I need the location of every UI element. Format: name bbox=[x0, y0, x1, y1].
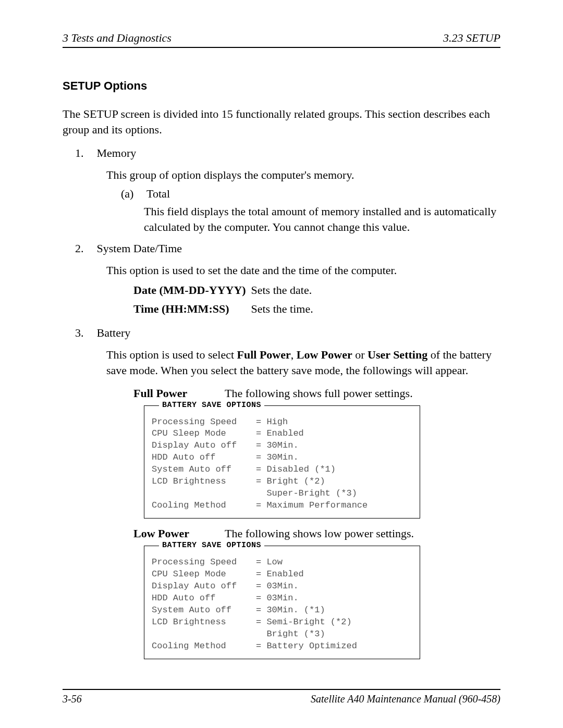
opt-value: = High bbox=[256, 416, 288, 428]
opt-value: = Battery Optimized bbox=[256, 640, 357, 652]
opt-value: = 03Min. bbox=[256, 581, 299, 593]
opt-label: Display Auto off bbox=[152, 440, 256, 452]
low-power-row: Low Power The following shows low power … bbox=[133, 527, 500, 540]
opt-row: HDD Auto off= 03Min. bbox=[152, 593, 412, 604]
opt-value: = 30Min. (*1) bbox=[256, 604, 325, 616]
opt-label: Display Auto off bbox=[152, 581, 256, 593]
opt-row: Processing Speed= Low bbox=[152, 557, 412, 569]
item-memory: 1. Memory bbox=[75, 146, 500, 160]
full-power-box: BATTERY SAVE OPTIONS Processing Speed= H… bbox=[144, 405, 420, 519]
opt-value: = Enabled bbox=[256, 569, 304, 581]
opt-value: = Low bbox=[256, 557, 283, 569]
date-term: Date (MM-DD-YYYY) bbox=[133, 283, 248, 297]
sub-a-total: (a) Total bbox=[121, 187, 500, 201]
opt-row: Cooling Method= Battery Optimized bbox=[152, 640, 412, 652]
page: 3 Tests and Diagnostics 3.23 SETUP SETUP… bbox=[0, 0, 563, 728]
item-title: Battery bbox=[97, 326, 131, 339]
list: 1. Memory This group of option displays … bbox=[75, 146, 500, 659]
bold-full-power: Full Power bbox=[237, 348, 291, 361]
opt-row: CPU Sleep Mode= Enabled bbox=[152, 428, 412, 440]
bold-user-setting: User Setting bbox=[368, 348, 427, 361]
battery-desc-pre: This option is used to select bbox=[106, 348, 237, 361]
datetime-desc: This option is used to set the date and … bbox=[106, 263, 500, 278]
opt-row: Display Auto off= 30Min. bbox=[152, 440, 412, 452]
sep: , bbox=[291, 348, 297, 361]
opt-row: Processing Speed= High bbox=[152, 416, 412, 428]
opt-label: CPU Sleep Mode bbox=[152, 428, 256, 440]
section-title: SETUP Options bbox=[63, 79, 500, 93]
opt-value: = Disabled (*1) bbox=[256, 464, 336, 476]
opt-value: = 03Min. bbox=[256, 593, 299, 604]
date-def: Sets the date. bbox=[251, 283, 312, 297]
sub-a-body: This field displays the total amount of … bbox=[144, 204, 500, 235]
full-power-row: Full Power The following shows full powe… bbox=[133, 387, 500, 400]
opt-value: = Semi-Bright (*2) bbox=[256, 616, 352, 628]
item-number: 2. bbox=[75, 242, 94, 255]
item-number: 3. bbox=[75, 326, 94, 340]
opt-label: HDD Auto off bbox=[152, 452, 256, 464]
memory-desc: This group of option displays the comput… bbox=[106, 167, 500, 183]
opt-label: System Auto off bbox=[152, 464, 256, 476]
opt-row: System Auto off= Disabled (*1) bbox=[152, 464, 412, 476]
opt-row: Super-Bright (*3) bbox=[152, 488, 412, 500]
opt-value: Bright (*3) bbox=[256, 628, 325, 640]
opt-value: = Bright (*2) bbox=[256, 476, 325, 488]
intro-text: The SETUP screen is divided into 15 func… bbox=[63, 106, 500, 137]
item-datetime: 2. System Date/Time bbox=[75, 242, 500, 255]
time-def: Sets the time. bbox=[251, 302, 313, 315]
opt-value: = 30Min. bbox=[256, 452, 299, 464]
time-row: Time (HH:MM:SS) Sets the time. bbox=[133, 302, 500, 316]
opt-label: CPU Sleep Mode bbox=[152, 569, 256, 581]
opt-row: System Auto off= 30Min. (*1) bbox=[152, 604, 412, 616]
opt-label: System Auto off bbox=[152, 604, 256, 616]
opt-value: Super-Bright (*3) bbox=[256, 488, 357, 500]
opt-label: Cooling Method bbox=[152, 640, 256, 652]
footer-left: 3-56 bbox=[63, 693, 82, 705]
opt-label: HDD Auto off bbox=[152, 593, 256, 604]
opt-row: Display Auto off= 03Min. bbox=[152, 581, 412, 593]
opt-row: LCD Brightness= Semi-Bright (*2) bbox=[152, 616, 412, 628]
opt-row: Cooling Method= Maximum Performance bbox=[152, 500, 412, 512]
item-title: Memory bbox=[97, 146, 137, 159]
opt-label: LCD Brightness bbox=[152, 616, 256, 628]
opt-label bbox=[152, 628, 256, 640]
opt-row: HDD Auto off= 30Min. bbox=[152, 452, 412, 464]
header-right: 3.23 SETUP bbox=[443, 31, 500, 45]
box-title: BATTERY SAVE OPTIONS bbox=[159, 400, 264, 411]
opt-label bbox=[152, 488, 256, 500]
bold-low-power: Low Power bbox=[297, 348, 352, 361]
sub-a-label: (a) bbox=[121, 187, 144, 201]
opt-label: Processing Speed bbox=[152, 557, 256, 569]
opt-row: LCD Brightness= Bright (*2) bbox=[152, 476, 412, 488]
footer-right: Satellite A40 Maintenance Manual (960-45… bbox=[311, 693, 500, 705]
opt-value: = Maximum Performance bbox=[256, 500, 368, 512]
sep: or bbox=[352, 348, 368, 361]
low-power-box: BATTERY SAVE OPTIONS Processing Speed= L… bbox=[144, 546, 420, 659]
page-footer: 3-56 Satellite A40 Maintenance Manual (9… bbox=[63, 689, 500, 705]
page-header: 3 Tests and Diagnostics 3.23 SETUP bbox=[63, 31, 500, 48]
low-power-term: Low Power bbox=[133, 527, 222, 540]
opt-label: Processing Speed bbox=[152, 416, 256, 428]
time-term: Time (HH:MM:SS) bbox=[133, 302, 248, 316]
low-power-desc: The following shows low power settings. bbox=[225, 527, 414, 540]
item-number: 1. bbox=[75, 146, 94, 160]
opt-label: LCD Brightness bbox=[152, 476, 256, 488]
item-title: System Date/Time bbox=[97, 242, 182, 255]
battery-desc: This option is used to select Full Power… bbox=[106, 347, 500, 378]
sub-a-title: Total bbox=[146, 187, 170, 200]
opt-label: Cooling Method bbox=[152, 500, 256, 512]
item-battery: 3. Battery bbox=[75, 326, 500, 340]
header-left: 3 Tests and Diagnostics bbox=[63, 31, 172, 45]
opt-value: = 30Min. bbox=[256, 440, 299, 452]
full-power-desc: The following shows full power settings. bbox=[225, 387, 413, 400]
full-power-term: Full Power bbox=[133, 387, 222, 400]
opt-row: CPU Sleep Mode= Enabled bbox=[152, 569, 412, 581]
opt-value: = Enabled bbox=[256, 428, 304, 440]
opt-row: Bright (*3) bbox=[152, 628, 412, 640]
date-row: Date (MM-DD-YYYY) Sets the date. bbox=[133, 283, 500, 297]
box-title: BATTERY SAVE OPTIONS bbox=[159, 540, 264, 551]
